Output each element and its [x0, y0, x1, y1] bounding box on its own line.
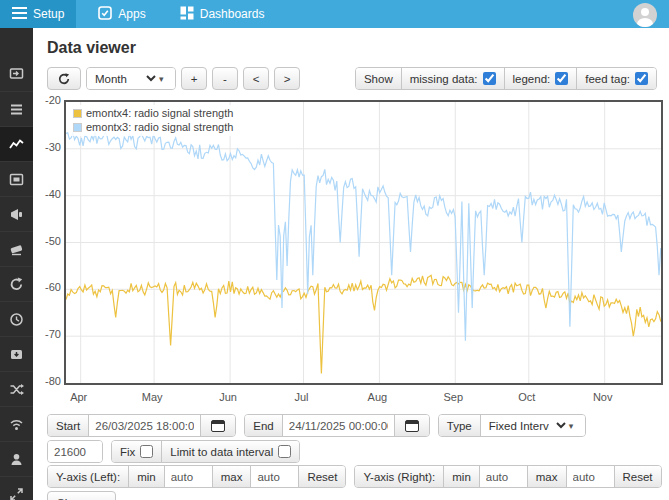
range-select[interactable]: Month: [87, 68, 159, 89]
sidebar-item-visualization[interactable]: [0, 161, 33, 196]
refresh-icon: [58, 73, 70, 85]
user-avatar[interactable]: [633, 3, 657, 27]
type-select[interactable]: Fixed Interval: [481, 415, 569, 436]
interval-controls: Fix Limit to data interval: [47, 440, 300, 463]
plot-area[interactable]: emontx4: radio signal strengthemontx3: r…: [64, 100, 663, 385]
sidebar-item-account[interactable]: [0, 441, 33, 476]
yaxis-controls: Y-axis (Left): min max Reset Y-axis (Rig…: [47, 465, 669, 488]
interval-input[interactable]: [48, 441, 102, 462]
calendar-icon: [211, 420, 225, 432]
yright-min-label: min: [444, 466, 480, 487]
limit-checkbox[interactable]: [278, 445, 291, 458]
sidebar-item-announce[interactable]: [0, 196, 33, 231]
legend-label: emontx3: radio signal strength: [86, 120, 233, 134]
pan-right-button[interactable]: >: [274, 67, 300, 90]
range-select-group: Month ▾: [86, 67, 176, 90]
end-calendar-button[interactable]: [395, 415, 429, 436]
yleft-max-label: max: [213, 466, 252, 487]
x-tick-label: May: [135, 391, 169, 403]
type-label: Type: [439, 415, 481, 436]
y-tick-label: -70: [40, 328, 61, 340]
megaphone-icon: [9, 207, 24, 222]
nav-item-dashboards[interactable]: Dashboards: [168, 0, 277, 28]
legend-label: emontx4: radio signal strength: [86, 106, 233, 120]
yright-reset-button[interactable]: Reset: [615, 466, 661, 487]
yright-max-input[interactable]: [567, 466, 614, 487]
fix-limit-group: Fix Limit to data interval: [111, 440, 300, 463]
shuffle-icon: [9, 382, 24, 397]
yleft-min-input[interactable]: [165, 466, 212, 487]
sidebar-item-wifi[interactable]: [0, 406, 33, 441]
legend-item: emontx4: radio signal strength: [73, 106, 233, 120]
start-calendar-button[interactable]: [201, 415, 235, 436]
show-toggle-2[interactable]: feed tag:: [577, 68, 656, 89]
start-input[interactable]: [89, 415, 200, 436]
show-csv-button[interactable]: Show csv: [47, 491, 116, 500]
top-navbar: Setup Apps Dashboards: [0, 0, 669, 28]
sidebar-item-fullscreen[interactable]: [0, 476, 33, 500]
end-input[interactable]: [283, 415, 394, 436]
calendar-icon: [405, 420, 419, 432]
sidebar-item-schedule[interactable]: [0, 301, 33, 336]
sidebar: [0, 28, 33, 500]
zoom-out-button[interactable]: -: [212, 67, 238, 90]
fix-checkbox[interactable]: [140, 445, 153, 458]
zoom-in-button[interactable]: +: [181, 67, 207, 90]
y-tick-label: -50: [40, 235, 61, 247]
sidebar-item-feeds[interactable]: [0, 91, 33, 126]
refresh-button[interactable]: [47, 67, 81, 90]
toggle-checkbox[interactable]: [635, 72, 648, 85]
inputs-icon: [9, 66, 24, 81]
sidebar-item-refresh[interactable]: [0, 266, 33, 301]
toggle-label: legend:: [513, 73, 551, 85]
expand-icon: [9, 487, 24, 500]
y-tick-label: -40: [40, 188, 61, 200]
show-options: Show missing data:legend:feed tag:: [355, 67, 657, 90]
nav-item-apps[interactable]: Apps: [86, 0, 157, 28]
legend-swatch: [73, 109, 82, 118]
sidebar-item-graphs[interactable]: [0, 126, 33, 161]
yaxis-left-group: Y-axis (Left): min max Reset: [47, 465, 346, 488]
fix-toggle[interactable]: Fix: [112, 441, 162, 462]
yright-max-label: max: [528, 466, 567, 487]
x-tick-label: Sep: [436, 391, 470, 403]
x-tick-label: Oct: [510, 391, 544, 403]
toggle-checkbox[interactable]: [483, 72, 496, 85]
end-group: End: [244, 414, 429, 437]
time-controls: Start End Type Fixed Interval ▾: [47, 414, 586, 437]
interval-input-wrap: [47, 440, 103, 463]
nav-label-apps: Apps: [118, 7, 145, 21]
user-icon: [9, 452, 24, 467]
yright-min-input[interactable]: [480, 466, 527, 487]
wifi-icon: [9, 417, 24, 432]
limit-label: Limit to data interval: [170, 446, 273, 458]
y-tick-label: -60: [40, 281, 61, 293]
sidebar-item-backup[interactable]: [0, 336, 33, 371]
limit-toggle[interactable]: Limit to data interval: [162, 441, 299, 462]
toggle-label: feed tag:: [585, 73, 630, 85]
sidebar-item-shuffle[interactable]: [0, 371, 33, 406]
x-tick-label: Apr: [62, 391, 96, 403]
nav-spacer: [276, 0, 633, 28]
toggle-checkbox[interactable]: [555, 72, 568, 85]
sidebar-item-eraser[interactable]: [0, 231, 33, 266]
yleft-reset-button[interactable]: Reset: [299, 466, 345, 487]
nav-label-setup: Setup: [33, 7, 64, 21]
legend-item: emontx3: radio signal strength: [73, 120, 233, 134]
avatar-body-icon: [637, 18, 653, 27]
hamburger-icon: [12, 7, 27, 22]
graphs-icon: [9, 137, 24, 152]
show-toggle-0[interactable]: missing data:: [402, 68, 505, 89]
show-toggle-1[interactable]: legend:: [505, 68, 578, 89]
dashboards-icon: [180, 6, 194, 23]
nav-item-setup[interactable]: Setup: [0, 0, 76, 28]
chart-toolbar: Month ▾ + - < >: [47, 67, 300, 90]
x-tick-label: Nov: [586, 391, 620, 403]
pan-left-button[interactable]: <: [243, 67, 269, 90]
apps-icon: [98, 6, 112, 23]
eraser-icon: [9, 242, 24, 257]
chart: emontx4: radio signal strengthemontx3: r…: [40, 95, 667, 407]
toggle-label: missing data:: [410, 73, 478, 85]
sidebar-item-inputs[interactable]: [0, 56, 33, 91]
yleft-max-input[interactable]: [251, 466, 298, 487]
